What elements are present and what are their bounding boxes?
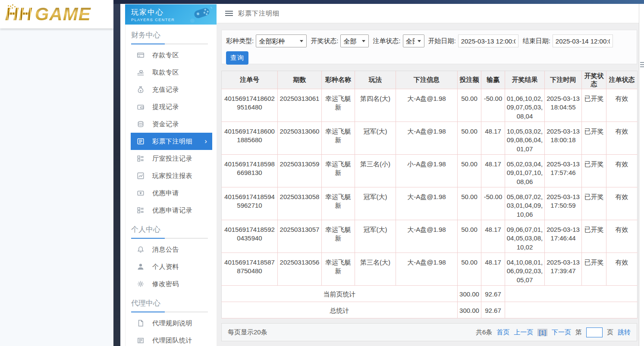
gear-icon	[137, 280, 145, 288]
search-button[interactable]: 查询	[226, 51, 248, 65]
sidebar-item[interactable]: 彩票下注明细›	[131, 133, 212, 150]
summary-label: 总统计	[222, 302, 458, 318]
page-title: 彩票下注明细	[238, 9, 280, 18]
sidebar-item-label: 代理团队统计	[152, 337, 192, 345]
sidebar-item[interactable]: 代理规则说明	[131, 315, 212, 332]
doc-page-icon	[137, 319, 145, 327]
sidebar-item[interactable]: 存款专区	[131, 47, 212, 64]
start-date-input[interactable]	[458, 34, 518, 47]
summary-label: 当前页统计	[222, 286, 458, 302]
sidebar-item[interactable]: 修改密码	[131, 275, 212, 293]
first-page-link[interactable]: 首页	[496, 328, 509, 337]
right-edge-panel-sliver	[639, 4, 644, 346]
sidebar-item[interactable]: 厅室投注记录	[131, 150, 212, 167]
cell-play-type: 冠军(大)	[355, 187, 396, 220]
coupon-icon	[137, 189, 145, 197]
cell-bet-amount: 50.00	[458, 220, 481, 253]
next-page-link[interactable]: 下一页	[552, 328, 571, 337]
end-date-label: 结束日期:	[523, 37, 550, 45]
main-content: 彩票下注明细 彩种类型: 全部彩种 开奖状态: 全部 注单状态: 全部 开始	[217, 4, 639, 346]
section-underline	[131, 312, 208, 312]
column-header: 投注额	[458, 71, 481, 89]
draw-status-label: 开奖状态:	[311, 37, 338, 45]
draw-status-select[interactable]: 全部	[340, 34, 369, 47]
sidebar-item[interactable]: 代理团队统计	[131, 332, 212, 346]
sidebar-item[interactable]: 玩家投注报表	[131, 167, 212, 184]
order-status-select-wrap: 全部	[403, 34, 424, 47]
cell-win-loss: -50.00	[481, 89, 505, 122]
cell-order-status: 有效	[606, 89, 638, 122]
sidebar-item[interactable]: 个人资料	[131, 258, 212, 275]
clipped-person-icon	[640, 37, 644, 44]
bet-table-wrap: 注单号期数彩种名称玩法下注信息投注额输赢开奖结果下注时间开奖状态注单状态 401…	[221, 71, 637, 318]
cell-order-no: 401569174185986698130	[222, 155, 278, 187]
sidebar-item-label: 存款专区	[152, 51, 179, 59]
logo-text: GAME	[35, 4, 91, 24]
column-header: 注单号	[222, 71, 278, 89]
game-controller-icon	[186, 6, 213, 25]
filter-panel: 彩种类型: 全部彩种 开奖状态: 全部 注单状态: 全部 开始日期: 结束日期:	[221, 30, 637, 64]
cell-bet-amount: 50.00	[458, 89, 481, 122]
end-date-input[interactable]	[553, 34, 613, 47]
cell-play-type: 冠军(大)	[355, 220, 396, 253]
summary-empty-cell	[505, 286, 638, 302]
cell-lottery-name: 幸运飞艇新	[322, 220, 355, 253]
sidebar-item[interactable]: 取款专区	[131, 64, 212, 81]
sidebar-item[interactable]: 消息公告	[131, 241, 212, 258]
cell-bet-info: 大-A盘@1.98	[396, 187, 458, 220]
logo-mark: HH	[5, 4, 32, 24]
sidebar-item[interactable]: 资金记录	[131, 115, 212, 133]
section-title: 财务中心	[126, 25, 217, 44]
hamburger-menu-icon[interactable]	[225, 9, 233, 17]
cell-period: 20250313056	[278, 253, 322, 286]
cell-win-loss: 48.17	[481, 155, 505, 187]
cell-bet-info: 小-A盘@1.98	[396, 155, 458, 187]
page-jump-input[interactable]	[586, 327, 603, 337]
cell-draw-status: 已开奖	[582, 89, 606, 122]
board-list-icon	[137, 206, 145, 214]
section-underline	[131, 238, 208, 239]
coins-icon	[137, 120, 145, 128]
sidebar-item-label: 取款专区	[152, 69, 179, 77]
cell-draw-status: 已开奖	[582, 155, 606, 187]
lottery-type-label: 彩种类型:	[226, 37, 254, 45]
table-row: 40156917418592043594020250313057幸运飞艇新冠军(…	[222, 220, 638, 253]
cell-order-no: 401569174185878750480	[222, 253, 278, 286]
cell-bet-time: 2025-03-13 17:57:46	[545, 155, 582, 187]
cell-win-loss: -50.00	[481, 187, 505, 220]
sidebar-item[interactable]: 提现记录	[131, 98, 212, 115]
sidebar-item-label: 消息公告	[152, 246, 179, 254]
cell-lottery-name: 幸运飞艇新	[322, 155, 355, 187]
person-icon	[137, 263, 145, 271]
sidebar-item-label: 彩票下注明细	[152, 137, 192, 146]
table-body: 40156917418602951648020250313061幸运飞艇新第四名…	[222, 89, 638, 286]
jump-action-link[interactable]: 跳转	[618, 328, 631, 337]
sidebar-item-label: 资金记录	[152, 120, 179, 128]
bet-table: 注单号期数彩种名称玩法下注信息投注额输赢开奖结果下注时间开奖状态注单状态 401…	[221, 71, 638, 318]
lottery-type-select[interactable]: 全部彩种	[256, 34, 307, 47]
cell-play-type: 冠军(大)	[355, 122, 396, 155]
dark-side-strip	[113, 0, 120, 346]
cell-draw-status: 已开奖	[582, 122, 606, 155]
table-row: 40156917418587875048020250313056幸运飞艇新第三名…	[222, 253, 638, 286]
content-title-bar: 彩票下注明细	[217, 4, 639, 23]
cell-draw-result: 05,08,07,02,03,01,04,09,10,06	[505, 187, 545, 220]
cell-draw-status: 已开奖	[582, 187, 606, 220]
sidebar-item[interactable]: 充值记录	[131, 81, 212, 98]
cell-lottery-name: 幸运飞艇新	[322, 89, 355, 122]
wallet-icon	[137, 103, 145, 111]
cell-play-type: 第三名(小)	[355, 155, 396, 187]
cell-win-loss: 48.17	[481, 122, 505, 155]
section-title: 个人中心	[126, 219, 217, 238]
sidebar-item-label: 厅室投注记录	[152, 155, 192, 163]
order-status-select[interactable]: 全部	[403, 34, 424, 47]
sidebar-item[interactable]: 优惠申请记录	[131, 202, 212, 219]
summary-bet-amount: 300.00	[458, 286, 481, 302]
cell-bet-info: 大-A盘@1.98	[396, 253, 458, 286]
logo-dots-decoration	[8, 5, 9, 6]
order-status-label: 注单状态:	[373, 37, 400, 45]
prev-page-link[interactable]: 上一页	[514, 328, 533, 337]
cell-bet-info: 大-A盘@1.98	[396, 122, 458, 155]
sidebar-item[interactable]: 优惠申请	[131, 184, 212, 202]
column-header: 期数	[278, 71, 322, 89]
